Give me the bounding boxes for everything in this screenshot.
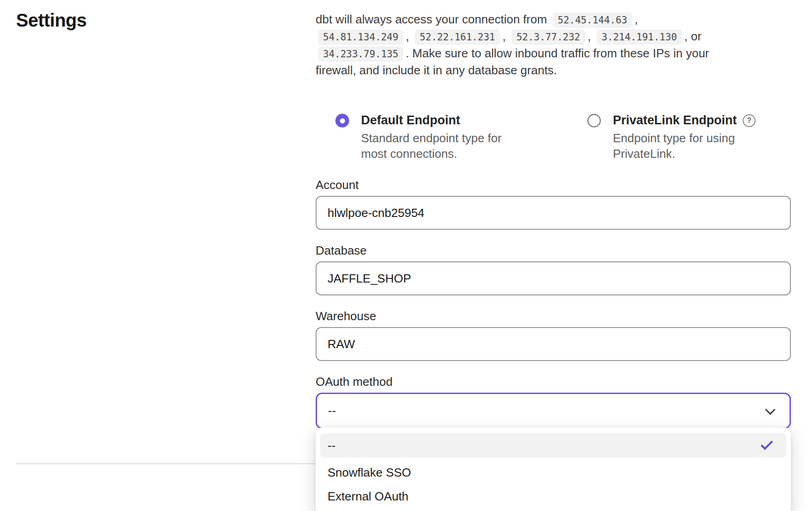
database-input[interactable] <box>316 261 791 295</box>
warehouse-label: Warehouse <box>316 309 791 323</box>
warehouse-input[interactable] <box>316 327 791 361</box>
account-input[interactable] <box>316 196 791 230</box>
page-title: Settings <box>16 10 87 31</box>
warehouse-field-group: Warehouse <box>316 309 791 361</box>
dropdown-option-label: -- <box>328 439 335 453</box>
section-divider <box>16 463 319 464</box>
oauth-method-field-group: OAuth method -- <box>316 375 791 429</box>
oauth-method-dropdown: -- Snowflake SSO External OAuth <box>316 428 791 511</box>
database-label: Database <box>316 244 791 257</box>
ip-allowlist-notice: dbt will always access your connection f… <box>316 11 721 79</box>
endpoint-option-default[interactable]: Default Endpoint Standard endpoint type … <box>335 113 587 161</box>
ip-address-chip: 52.45.144.63 <box>553 12 633 28</box>
dropdown-option-label: External OAuth <box>328 489 408 504</box>
radio-selected-icon[interactable] <box>335 114 349 128</box>
check-icon <box>761 438 773 450</box>
dropdown-option-snowflake-sso[interactable]: Snowflake SSO <box>320 461 786 484</box>
ip-address-chip: 52.22.161.231 <box>415 29 500 45</box>
dropdown-option-label: Snowflake SSO <box>328 466 411 480</box>
ip-address-chip: 34.233.79.135 <box>318 46 403 62</box>
oauth-method-select[interactable]: -- <box>316 393 791 429</box>
notice-text: , <box>588 29 594 43</box>
chevron-down-icon <box>765 404 776 415</box>
endpoint-option-description: Standard endpoint type for most connecti… <box>361 130 524 161</box>
connection-form-column: dbt will always access your connection f… <box>316 11 791 429</box>
notice-text: , <box>634 12 638 26</box>
dropdown-option-none[interactable]: -- <box>320 433 786 458</box>
ip-address-chip: 54.81.134.249 <box>318 29 403 45</box>
oauth-method-label: OAuth method <box>316 375 791 389</box>
help-icon[interactable]: ? <box>743 114 756 127</box>
notice-text: , or <box>684 29 702 43</box>
account-label: Account <box>316 178 791 192</box>
dropdown-option-external-oauth[interactable]: External OAuth <box>320 484 786 508</box>
settings-page: Settings dbt will always access your con… <box>0 0 812 511</box>
endpoint-option-privatelink[interactable]: PrivateLink Endpoint ? Endpoint type for… <box>587 113 756 161</box>
notice-text: dbt will always access your connection f… <box>316 12 551 26</box>
ip-address-chip: 3.214.191.130 <box>596 29 682 45</box>
endpoint-option-label: Default Endpoint <box>361 113 524 128</box>
oauth-method-selected-value: -- <box>328 404 336 418</box>
database-field-group: Database <box>316 244 791 295</box>
ip-address-chip: 52.3.77.232 <box>512 29 585 45</box>
account-field-group: Account <box>316 178 791 230</box>
endpoint-type-radio-group: Default Endpoint Standard endpoint type … <box>316 113 791 161</box>
notice-text: , <box>502 29 509 43</box>
endpoint-option-description: Endpoint type for using PrivateLink. <box>613 130 739 161</box>
notice-text: , <box>406 29 412 43</box>
radio-unselected-icon[interactable] <box>587 114 601 128</box>
endpoint-option-label: PrivateLink Endpoint <box>613 113 737 128</box>
